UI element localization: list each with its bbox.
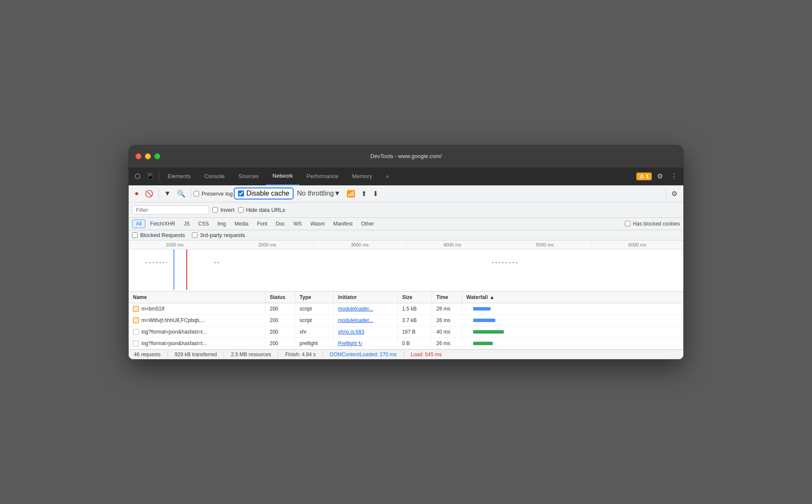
filter-font[interactable]: Font <box>253 220 271 228</box>
blocked-requests-checkbox[interactable] <box>132 232 138 238</box>
td-initiator-4[interactable]: Preflight ↻ <box>334 338 398 349</box>
transferred-size: 929 kB transferred <box>175 352 217 357</box>
hide-data-urls-label[interactable]: Hide data URLs <box>238 207 285 213</box>
third-party-label[interactable]: 3rd-party requests <box>192 232 245 238</box>
maximize-button[interactable] <box>154 153 160 159</box>
table-row[interactable]: log?format=json&hasfast=t... 200 preflig… <box>129 338 683 349</box>
td-name-4: log?format=json&hasfast=t... <box>129 338 265 349</box>
preserve-log-checkbox[interactable] <box>194 191 199 196</box>
filter-wasm[interactable]: Wasm <box>306 220 329 228</box>
filter-manifest[interactable]: Manifest <box>330 220 356 228</box>
timeline-mark-6: 6000 ms <box>591 242 684 247</box>
tab-sources[interactable]: Sources <box>232 167 266 185</box>
tab-network[interactable]: Network <box>266 167 300 185</box>
filter-all[interactable]: All <box>132 220 145 228</box>
notifications-badge[interactable]: ⚠ 1 <box>636 173 652 180</box>
resources-size: 2.5 MB resources <box>231 352 271 357</box>
status-sep-1 <box>168 352 168 357</box>
timeline-mark-4: 4000 ms <box>406 242 499 247</box>
table-row[interactable]: S m=Wt6vjf,hhhU8,FCpbqb,... 200 script m… <box>129 315 683 326</box>
record-icon: ● <box>135 190 139 197</box>
th-status[interactable]: Status <box>265 292 295 303</box>
devtools-settings-button[interactable]: ⚙ <box>654 170 665 182</box>
toolbar-separator-1 <box>159 189 159 198</box>
dom-loaded-value: 270 ms <box>380 352 397 357</box>
td-size-1: 1.5 kB <box>398 303 432 314</box>
filter-doc[interactable]: Doc <box>272 220 288 228</box>
filter-css[interactable]: CSS <box>194 220 213 228</box>
dom-loaded-label: DOMContentLoaded: <box>330 352 378 357</box>
timeline-dashed-3 <box>492 262 518 263</box>
filter-other[interactable]: Other <box>357 220 378 228</box>
th-time[interactable]: Time <box>432 292 462 303</box>
download-button[interactable]: ⬇ <box>370 188 381 199</box>
preserve-log-label[interactable]: Preserve log <box>194 190 233 197</box>
tab-performance[interactable]: Performance <box>300 167 345 185</box>
td-name-3: log?format=json&hasfast=t... <box>129 326 265 337</box>
has-blocked-checkbox[interactable] <box>625 221 630 226</box>
td-initiator-1[interactable]: moduleloader... <box>334 303 398 314</box>
tab-elements[interactable]: Elements <box>161 167 197 185</box>
disable-cache-checkbox[interactable] <box>238 190 244 196</box>
td-status-4: 200 <box>265 338 295 349</box>
network-toolbar: ● 🚫 ▼ 🔍 Preserve log Disable cache No th… <box>129 185 683 202</box>
xhr-icon-1 <box>133 329 139 335</box>
close-button[interactable] <box>135 153 141 159</box>
td-waterfall-3 <box>462 327 683 337</box>
filter-toggle-button[interactable]: ▼ <box>162 188 174 199</box>
invert-label[interactable]: Invert <box>212 207 235 213</box>
filter-js[interactable]: JS <box>180 220 194 228</box>
filter-media[interactable]: Media <box>231 220 253 228</box>
load-time: Load: 545 ms <box>411 352 442 357</box>
timeline-ruler: 1000 ms 2000 ms 3000 ms 4000 ms 5000 ms … <box>129 240 683 249</box>
table-row[interactable]: log?format=json&hasfast=t... 200 xhr xhr… <box>129 326 683 338</box>
record-button[interactable]: ● <box>132 188 141 199</box>
tab-separator <box>159 170 159 182</box>
timeline-mark-3: 3000 ms <box>313 242 406 247</box>
th-type[interactable]: Type <box>295 292 334 303</box>
device-toggle-icon[interactable]: 📱 <box>143 170 157 182</box>
timeline-mark-5: 5000 ms <box>498 242 591 247</box>
td-time-4: 26 ms <box>432 338 462 349</box>
throttle-select[interactable]: No throttling ▼ <box>294 188 343 199</box>
td-initiator-3[interactable]: xhrio.js:683 <box>334 326 398 337</box>
th-initiator[interactable]: Initiator <box>334 292 398 303</box>
tab-memory[interactable]: Memory <box>345 167 379 185</box>
status-sep-3 <box>278 352 278 357</box>
network-settings-button[interactable]: ⚙ <box>669 188 680 199</box>
window-title: DevTools - www.google.com/ <box>371 153 442 159</box>
status-sep-2 <box>224 352 224 357</box>
tab-console[interactable]: Console <box>197 167 232 185</box>
upload-button[interactable]: ⬆ <box>359 188 369 199</box>
hide-data-urls-checkbox[interactable] <box>238 207 244 213</box>
th-name[interactable]: Name <box>129 292 265 303</box>
invert-checkbox[interactable] <box>212 207 218 213</box>
clear-button[interactable]: 🚫 <box>142 188 156 199</box>
td-initiator-2[interactable]: moduleloader... <box>334 315 398 326</box>
search-button[interactable]: 🔍 <box>174 188 188 199</box>
table-row[interactable]: S m=bm51tf 200 script moduleloader... 1.… <box>129 303 683 315</box>
blocked-requests-label[interactable]: Blocked Requests <box>132 232 185 238</box>
blocked-requests-text: Blocked Requests <box>140 232 185 238</box>
filter-img[interactable]: Img <box>214 220 230 228</box>
devtools-more-button[interactable]: ⋮ <box>668 170 680 182</box>
network-table: Name Status Type Initiator Size Time Wat… <box>129 292 683 349</box>
minimize-button[interactable] <box>145 153 151 159</box>
filter-input[interactable] <box>132 205 209 214</box>
timeline-red-line <box>186 249 187 290</box>
script-icon-1: S <box>133 306 139 312</box>
settings-icon: ⚙ <box>671 190 677 198</box>
th-waterfall[interactable]: Waterfall ▲ <box>462 292 683 303</box>
th-size[interactable]: Size <box>398 292 432 303</box>
tab-more[interactable]: » <box>379 167 396 185</box>
online-status-icon[interactable]: 📶 <box>344 188 358 199</box>
filter-fetch-xhr[interactable]: Fetch/XHR <box>146 220 179 228</box>
third-party-checkbox[interactable] <box>192 232 197 238</box>
cursor-tool-icon[interactable]: ⬡ <box>132 170 143 182</box>
filter-ws[interactable]: WS <box>290 220 306 228</box>
td-size-2: 3.7 kB <box>398 315 432 326</box>
disable-cache-text: Disable cache <box>247 190 290 197</box>
timeline-chart[interactable] <box>129 249 683 290</box>
upload-icon: ⬆ <box>361 190 367 198</box>
td-type-2: script <box>295 315 334 326</box>
